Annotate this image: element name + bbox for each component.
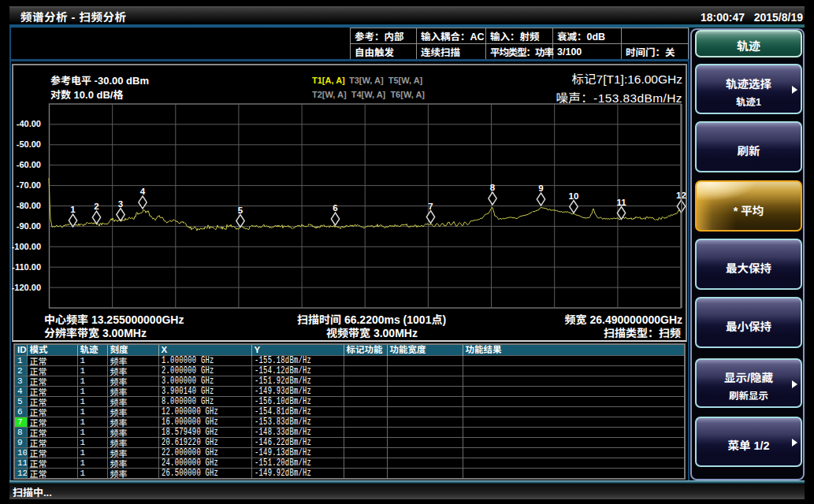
svg-text:8: 8 — [490, 183, 496, 192]
svg-text:7: 7 — [428, 202, 433, 211]
svg-text:11: 11 — [616, 198, 626, 207]
svg-text:10: 10 — [569, 191, 579, 201]
svg-text:1: 1 — [70, 205, 76, 214]
svg-text:9: 9 — [538, 183, 543, 193]
svg-text:5: 5 — [238, 206, 243, 215]
svg-text:4: 4 — [140, 187, 146, 196]
svg-text:6: 6 — [333, 203, 337, 213]
svg-text:2: 2 — [94, 202, 98, 211]
svg-text:3: 3 — [118, 199, 123, 209]
